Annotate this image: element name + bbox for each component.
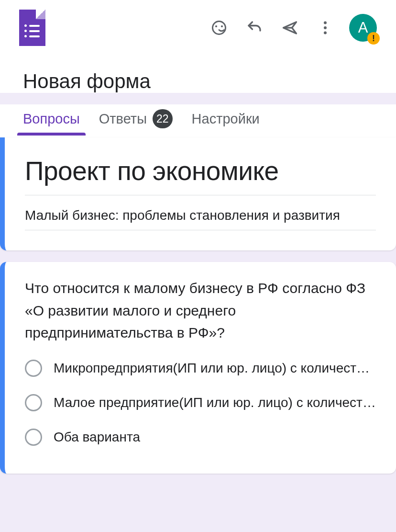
app-header: А !	[0, 0, 396, 56]
radio-icon	[25, 394, 42, 411]
content-area: Проект по экономике Малый бизнес: пробле…	[0, 137, 396, 474]
svg-point-1	[215, 25, 217, 27]
form-name[interactable]: Новая форма	[23, 70, 373, 93]
svg-point-4	[324, 22, 327, 24]
answer-option[interactable]: Малое предприятие(ИП или юр. лицо) с кол…	[25, 394, 376, 411]
forms-logo-icon[interactable]	[19, 10, 45, 46]
tab-label: Настройки	[192, 111, 260, 127]
send-icon[interactable]	[275, 13, 304, 42]
option-label[interactable]: Малое предприятие(ИП или юр. лицо) с кол…	[54, 395, 376, 410]
alert-badge-icon: !	[367, 32, 380, 45]
responses-count-badge: 22	[153, 109, 173, 128]
radio-icon	[25, 360, 42, 377]
tab-questions[interactable]: Вопросы	[23, 106, 80, 136]
answer-option[interactable]: Микропредприятия(ИП или юр. лицо) с коли…	[25, 360, 376, 377]
svg-point-6	[324, 32, 327, 34]
form-header-card[interactable]: Проект по экономике Малый бизнес: пробле…	[0, 137, 396, 250]
answer-option[interactable]: Оба варианта	[25, 429, 376, 446]
svg-point-2	[221, 25, 223, 27]
title-bar: Новая форма	[0, 56, 396, 93]
tabs: Вопросы Ответы 22 Настройки	[0, 104, 396, 137]
avatar-initial: А	[358, 19, 368, 36]
more-icon[interactable]	[311, 13, 340, 42]
tab-label: Вопросы	[23, 111, 80, 127]
svg-point-5	[324, 26, 327, 29]
undo-icon[interactable]	[240, 13, 269, 42]
form-description-input[interactable]: Малый бизнес: проблемы становления и раз…	[25, 205, 376, 230]
tab-settings[interactable]: Настройки	[192, 106, 260, 136]
question-text[interactable]: Что относится к малому бизнесу в РФ согл…	[25, 277, 376, 344]
avatar[interactable]: А !	[349, 14, 377, 42]
radio-icon	[25, 429, 42, 446]
option-label[interactable]: Микропредприятия(ИП или юр. лицо) с коли…	[54, 361, 376, 376]
tab-label: Ответы	[99, 111, 147, 127]
tab-responses[interactable]: Ответы 22	[99, 104, 173, 137]
theme-icon[interactable]	[205, 13, 233, 42]
form-title-input[interactable]: Проект по экономике	[25, 153, 376, 195]
svg-point-0	[213, 22, 226, 34]
question-card[interactable]: Что относится к малому бизнесу в РФ согл…	[0, 262, 396, 474]
option-label[interactable]: Оба варианта	[54, 430, 376, 445]
